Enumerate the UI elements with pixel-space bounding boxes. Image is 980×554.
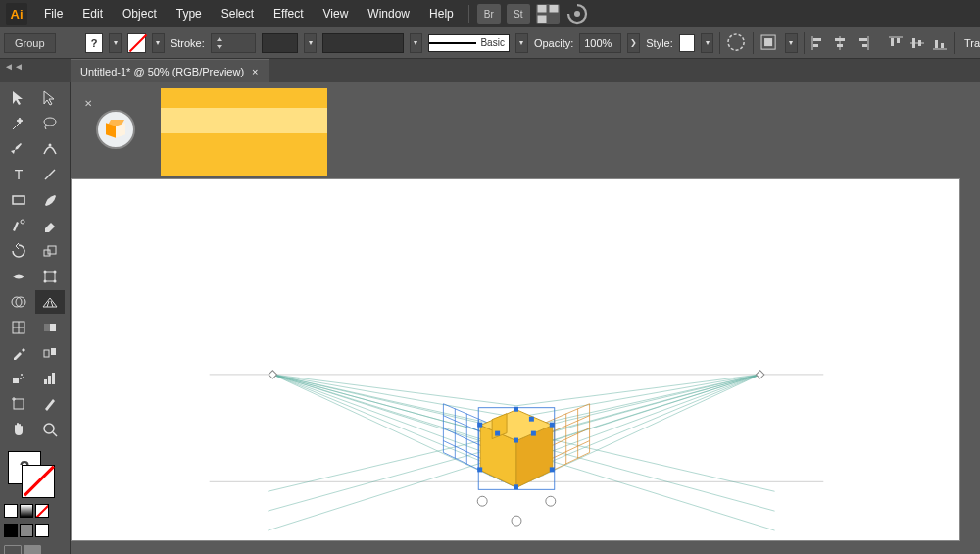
perspective-grid-tool[interactable] — [35, 290, 65, 314]
type-tool[interactable]: T — [4, 163, 33, 186]
rectangle-tool[interactable] — [4, 188, 33, 212]
brush-dropdown[interactable]: ▾ — [410, 33, 422, 53]
align-left-icon[interactable] — [810, 34, 827, 52]
eraser-tool[interactable] — [35, 214, 65, 237]
rotate-tool[interactable] — [4, 239, 33, 263]
menu-view[interactable]: View — [315, 3, 358, 25]
selection-tool[interactable] — [4, 86, 33, 110]
default-fill-gray[interactable] — [20, 524, 33, 537]
bridge-icon[interactable]: Br — [477, 4, 501, 24]
zoom-tool[interactable] — [35, 418, 65, 441]
stroke-profile[interactable] — [262, 33, 298, 53]
document-tab[interactable]: Untitled-1* @ 50% (RGB/Preview) × — [71, 59, 269, 82]
brush-definition[interactable] — [322, 33, 404, 53]
tools-panel: T ? — [0, 82, 71, 554]
symbol-sprayer-tool[interactable] — [4, 367, 33, 390]
column-graph-tool[interactable] — [35, 367, 65, 390]
arrange-docs-icon[interactable] — [536, 4, 560, 24]
fill-stroke-indicator[interactable]: ? — [6, 449, 65, 500]
graphic-style[interactable]: Basic — [428, 34, 510, 52]
fill-swatch[interactable]: ? — [85, 33, 104, 53]
style-dropdown[interactable]: ▾ — [515, 33, 528, 53]
default-fill-white[interactable] — [35, 524, 49, 537]
svg-rect-50 — [13, 378, 19, 383]
scale-tool[interactable] — [35, 239, 65, 263]
align-bottom-icon[interactable] — [932, 34, 949, 52]
gradient-tool[interactable] — [35, 316, 65, 339]
svg-point-114 — [546, 496, 556, 506]
perspective-plane-widget[interactable] — [96, 110, 135, 149]
direct-selection-tool[interactable] — [35, 86, 65, 110]
eyedropper-tool[interactable] — [4, 341, 33, 365]
lasso-tool[interactable] — [35, 112, 65, 135]
screen-mode-full[interactable] — [24, 545, 41, 554]
magic-wand-tool[interactable] — [4, 112, 33, 135]
stroke-swatch[interactable] — [127, 33, 146, 53]
graphic-style-swatch[interactable] — [679, 34, 696, 52]
align-vcenter-icon[interactable] — [909, 34, 926, 52]
opacity-dropdown[interactable]: ❯ — [627, 33, 640, 53]
color-mode-swatch[interactable] — [4, 504, 18, 518]
default-fill-black[interactable] — [4, 524, 18, 537]
blend-tool[interactable] — [35, 341, 65, 365]
stroke-indicator[interactable] — [22, 465, 55, 498]
screen-mode-normal[interactable] — [4, 545, 22, 554]
mesh-tool[interactable] — [4, 316, 33, 339]
menu-file[interactable]: File — [35, 3, 72, 25]
menu-type[interactable]: Type — [168, 3, 211, 25]
svg-text:T: T — [15, 167, 24, 182]
svg-rect-16 — [862, 44, 867, 47]
stroke-profile-dropdown[interactable]: ▾ — [304, 33, 317, 53]
stroke-dropdown[interactable]: ▾ — [152, 33, 165, 53]
plane-cube-icon — [106, 120, 125, 139]
svg-rect-24 — [935, 40, 938, 48]
shape-builder-tool[interactable] — [4, 290, 33, 314]
svg-rect-15 — [859, 38, 867, 41]
svg-line-77 — [516, 375, 760, 429]
tab-close-icon[interactable]: × — [252, 66, 258, 77]
stroke-weight-input[interactable] — [211, 33, 257, 53]
align-right-icon[interactable] — [855, 34, 871, 52]
menu-edit[interactable]: Edit — [74, 3, 112, 25]
align-top-icon[interactable] — [888, 34, 905, 52]
recolor-artwork-icon[interactable] — [726, 32, 746, 54]
align-to-icon[interactable] — [759, 32, 778, 54]
stock-icon[interactable]: St — [507, 4, 530, 24]
paintbrush-tool[interactable] — [35, 188, 65, 212]
artboard-tool[interactable] — [4, 392, 33, 416]
menu-select[interactable]: Select — [213, 3, 263, 25]
floating-artwork[interactable] — [161, 88, 327, 176]
svg-line-29 — [45, 170, 55, 179]
line-segment-tool[interactable] — [35, 163, 65, 186]
align-to-dropdown[interactable]: ▾ — [785, 33, 798, 53]
pen-tool[interactable] — [4, 137, 33, 161]
shaper-tool[interactable] — [4, 214, 33, 237]
artboard[interactable] — [71, 178, 960, 541]
menu-help[interactable]: Help — [420, 3, 463, 25]
svg-rect-48 — [44, 350, 49, 357]
align-hcenter-icon[interactable] — [832, 34, 849, 52]
curvature-tool[interactable] — [35, 137, 65, 161]
opacity-input[interactable]: 100% — [579, 33, 621, 53]
graphic-style-dropdown[interactable]: ▾ — [701, 33, 713, 53]
width-tool[interactable] — [4, 265, 33, 288]
menu-window[interactable]: Window — [359, 3, 418, 25]
menu-effect[interactable]: Effect — [265, 3, 312, 25]
panel-expand-handle[interactable]: ◄◄ — [4, 61, 24, 72]
menu-object[interactable]: Object — [114, 3, 166, 25]
separator — [753, 32, 754, 54]
svg-point-53 — [20, 378, 22, 379]
svg-point-38 — [54, 280, 57, 283]
perspective-grid-canvas — [72, 179, 959, 540]
free-transform-tool[interactable] — [35, 265, 65, 288]
svg-rect-32 — [44, 250, 50, 256]
gpu-sync-icon[interactable] — [565, 4, 589, 24]
none-mode-swatch[interactable] — [35, 504, 49, 518]
separator — [719, 32, 720, 54]
svg-point-113 — [477, 496, 487, 506]
svg-rect-10 — [813, 44, 818, 47]
fill-dropdown[interactable]: ▾ — [109, 33, 122, 53]
gradient-mode-swatch[interactable] — [20, 504, 33, 518]
hand-tool[interactable] — [4, 418, 33, 441]
slice-tool[interactable] — [35, 392, 65, 416]
